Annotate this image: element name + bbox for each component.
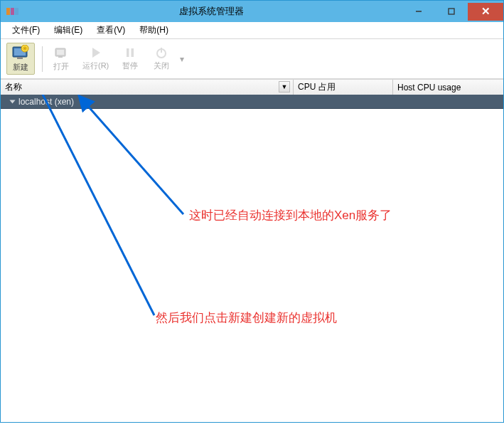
titlebar: 虚拟系统管理器 ✕ (1, 1, 503, 22)
svg-rect-4 (449, 9, 454, 14)
column-header-row: 名称 ▼ CPU 占用 Host CPU usage (1, 79, 503, 95)
svg-rect-12 (127, 48, 129, 57)
annotation-arrow-2 (1, 95, 164, 372)
host-label: localhost (xen) (18, 97, 74, 107)
annotation-text-2: 然后我们点击新建创建新的虚拟机 (156, 310, 337, 326)
column-name-dropdown-icon[interactable]: ▼ (279, 81, 290, 93)
svg-rect-13 (132, 48, 134, 57)
run-button[interactable]: 运行(R) (78, 45, 113, 73)
minimize-button[interactable] (402, 3, 435, 21)
new-vm-button[interactable]: 新建 (6, 43, 35, 75)
menu-view[interactable]: 查看(V) (90, 23, 132, 38)
new-vm-label: 新建 (13, 62, 28, 73)
column-host-cpu-label: Host CPU usage (397, 83, 461, 93)
menu-edit[interactable]: 编辑(E) (47, 23, 90, 38)
open-button[interactable]: 打开 (47, 44, 75, 73)
svg-rect-7 (17, 57, 23, 59)
svg-rect-0 (6, 8, 10, 15)
pause-button[interactable]: 暂停 (116, 45, 144, 73)
menu-help[interactable]: 帮助(H) (132, 23, 176, 38)
pause-label: 暂停 (122, 60, 138, 71)
svg-rect-1 (11, 8, 14, 15)
menubar: 文件(F) 编辑(E) 查看(V) 帮助(H) (1, 22, 503, 39)
shutdown-label: 关闭 (154, 60, 169, 71)
run-label: 运行(R) (82, 60, 109, 71)
maximize-button[interactable] (435, 3, 468, 21)
app-icon (6, 5, 21, 18)
shutdown-dropdown[interactable]: ▾ (178, 46, 186, 72)
svg-line-16 (86, 104, 183, 214)
host-row[interactable]: localhost (xen) (1, 95, 503, 109)
toolbar-separator (42, 46, 43, 72)
expand-icon (10, 100, 16, 103)
annotation-arrow-1 (1, 95, 193, 322)
menu-file[interactable]: 文件(F) (5, 23, 47, 38)
column-name[interactable]: 名称 ▼ (1, 80, 294, 95)
window-controls: ✕ (402, 3, 503, 21)
svg-line-17 (26, 95, 154, 315)
toolbar: 新建 打开 运行(R) 暂停 (1, 39, 503, 79)
svg-rect-11 (58, 56, 63, 58)
column-cpu[interactable]: CPU 占用 (294, 80, 393, 95)
svg-rect-10 (57, 50, 64, 55)
annotation-text-1: 这时已经自动连接到本地的Xen服务了 (189, 207, 392, 223)
shutdown-button[interactable]: 关闭 (147, 45, 176, 73)
app-window: 虚拟系统管理器 ✕ 文件(F) 编辑(E) 查看(V) 帮助(H) (0, 0, 504, 423)
svg-rect-2 (15, 8, 18, 15)
column-cpu-label: CPU 占用 (298, 81, 336, 93)
column-host-cpu[interactable]: Host CPU usage (393, 80, 503, 95)
close-button[interactable]: ✕ (468, 3, 503, 21)
window-title: 虚拟系统管理器 (21, 5, 402, 18)
vm-list: localhost (xen) 这时已经自动连接到本地的Xen服务了 然后我们点… (1, 95, 503, 421)
open-label: 打开 (53, 61, 69, 72)
column-name-label: 名称 (5, 81, 22, 93)
